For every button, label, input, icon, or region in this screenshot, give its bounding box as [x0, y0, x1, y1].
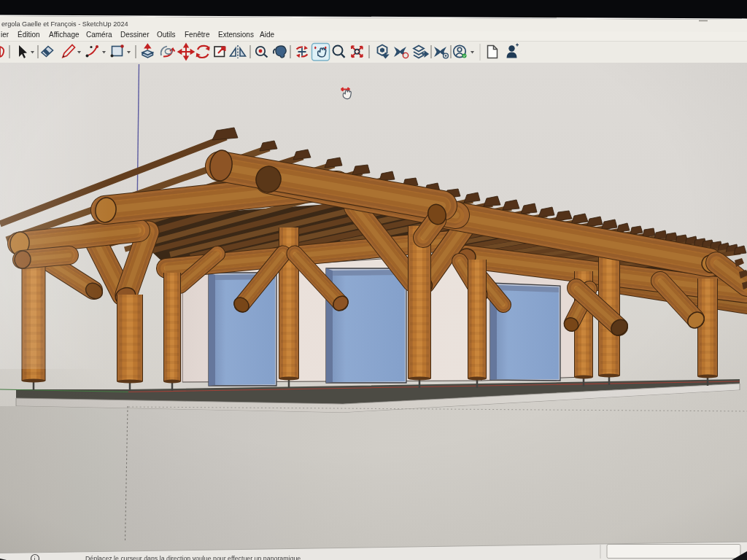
svg-text:Dessiner: Dessiner	[120, 31, 150, 39]
svg-text:ier: ier	[1, 31, 9, 39]
svg-text:i: i	[34, 556, 36, 560]
svg-text:Déplacez le curseur dans la di: Déplacez le curseur dans la direction vo…	[85, 555, 303, 560]
svg-text:Aide: Aide	[260, 31, 274, 39]
svg-text:Fenêtre: Fenêtre	[185, 31, 210, 39]
svg-text:Outils: Outils	[157, 31, 176, 39]
svg-text:ergola Gaelle et François - Sk: ergola Gaelle et François - SketchUp 202…	[1, 20, 128, 28]
svg-text:Extensions: Extensions	[218, 31, 254, 39]
svg-text:Affichage: Affichage	[49, 31, 80, 39]
svg-text:Édition: Édition	[18, 30, 40, 39]
svg-text:Caméra: Caméra	[86, 31, 112, 39]
